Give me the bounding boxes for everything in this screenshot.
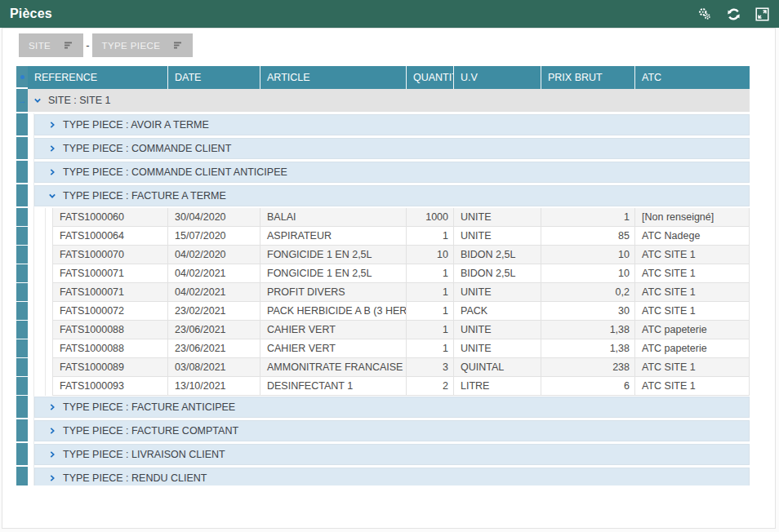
- group-chip-label: TYPE PIECE: [102, 41, 161, 51]
- chevron-right-icon[interactable]: [49, 404, 56, 410]
- group-row-type-piece[interactable]: TYPE PIECE : FACTURE COMPTANT: [16, 419, 750, 443]
- row-selector[interactable]: [16, 246, 28, 264]
- blue-dot-icon: [20, 75, 24, 79]
- row-selector[interactable]: [16, 358, 28, 377]
- chevron-right-icon[interactable]: [49, 451, 56, 458]
- table-row[interactable]: FATS1000071 04/02/2021 PROFIT DIVERS 1 U…: [16, 283, 750, 302]
- indent-gutter: [28, 358, 52, 377]
- group-row-label: TYPE PIECE : AVOIR A TERME: [63, 119, 209, 131]
- column-header-uv[interactable]: U.V: [454, 66, 541, 89]
- cell-quantite: 1: [407, 227, 454, 246]
- cell-atc: ATC SITE 1: [635, 283, 750, 302]
- chevron-right-icon[interactable]: [49, 475, 56, 481]
- gears-icon[interactable]: [697, 7, 712, 21]
- column-header-atc[interactable]: ATC: [635, 66, 750, 89]
- table-row[interactable]: FATS1000071 04/02/2021 FONGICIDE 1 EN 2,…: [16, 264, 750, 283]
- cell-uv: UNITE: [454, 339, 541, 358]
- group-row-type-piece[interactable]: TYPE PIECE : FACTURE ANTICIPEE: [16, 396, 750, 419]
- row-selector[interactable]: [16, 377, 28, 396]
- group-row-type-piece[interactable]: TYPE PIECE : AVOIR A TERME: [16, 113, 750, 137]
- table-row[interactable]: FATS1000093 13/10/2021 DESINFECTANT 1 2 …: [16, 377, 750, 396]
- cell-reference: FATS1000060: [52, 208, 168, 227]
- group-row-type-piece-expanded[interactable]: TYPE PIECE : FACTURE A TERME: [16, 184, 750, 208]
- chip-separator: -: [86, 39, 89, 51]
- column-header-reference[interactable]: REFERENCE: [28, 66, 168, 89]
- row-selector[interactable]: [16, 321, 28, 339]
- row-selector[interactable]: [16, 264, 28, 283]
- group-chip-type-piece[interactable]: TYPE PIECE: [92, 33, 194, 57]
- cell-article: ASPIRATEUR: [260, 227, 407, 246]
- table-row[interactable]: FATS1000064 15/07/2020 ASPIRATEUR 1 UNIT…: [16, 227, 750, 246]
- cell-article: FONGICIDE 1 EN 2,5L: [260, 264, 407, 283]
- row-selector[interactable]: [16, 302, 28, 321]
- table-row[interactable]: FATS1000070 04/02/2020 FONGICIDE 1 EN 2,…: [16, 246, 750, 264]
- cell-prix-brut: 1: [541, 208, 635, 227]
- grid-header-row: REFERENCE DATE ARTICLE QUANTITE U.V PRIX…: [16, 66, 750, 89]
- table-row[interactable]: FATS1000088 23/06/2021 CAHIER VERT 1 UNI…: [16, 321, 750, 339]
- group-row-type-piece[interactable]: TYPE PIECE : COMMANDE CLIENT ANTICIPEE: [16, 161, 750, 184]
- column-header-quantite[interactable]: QUANTITE: [407, 66, 454, 89]
- cell-uv: UNITE: [454, 227, 541, 246]
- cell-quantite: 10: [407, 246, 454, 264]
- column-header-article[interactable]: ARTICLE: [260, 66, 407, 89]
- group-by-bar: SITE - TYPE PIECE: [19, 33, 193, 57]
- chevron-right-icon[interactable]: [49, 122, 56, 128]
- cell-date: 03/08/2021: [168, 358, 260, 377]
- group-row-label: TYPE PIECE : FACTURE ANTICIPEE: [63, 401, 235, 413]
- table-row[interactable]: FATS1000072 23/02/2021 PACK HERBICIDE A …: [16, 302, 750, 321]
- cell-atc: ATC SITE 1: [635, 264, 750, 283]
- row-selector[interactable]: [16, 208, 28, 227]
- page-title: Pièces: [10, 7, 52, 21]
- cell-date: 23/06/2021: [168, 321, 260, 339]
- table-row[interactable]: FATS1000060 30/04/2020 BALAI 1000 UNITE …: [16, 208, 750, 227]
- row-selector[interactable]: [16, 339, 28, 358]
- row-selector[interactable]: [16, 396, 28, 419]
- row-selector[interactable]: [16, 443, 28, 467]
- right-arrow-icon: →: [18, 96, 27, 105]
- group-chip-site[interactable]: SITE: [19, 33, 83, 57]
- cell-date: 04/02/2021: [168, 283, 260, 302]
- chevron-right-icon[interactable]: [49, 169, 56, 175]
- group-row-type-piece[interactable]: TYPE PIECE : RENDU CLIENT: [16, 467, 750, 485]
- cell-atc: ATC SITE 1: [635, 358, 750, 377]
- chevron-down-icon[interactable]: [34, 97, 41, 104]
- cell-date: 23/06/2021: [168, 339, 260, 358]
- row-selector[interactable]: [16, 184, 28, 208]
- chevron-down-icon[interactable]: [49, 193, 56, 199]
- table-row[interactable]: FATS1000088 23/06/2021 CAHIER VERT 1 UNI…: [16, 339, 750, 358]
- cell-reference: FATS1000088: [52, 339, 168, 358]
- table-row[interactable]: FATS1000089 03/08/2021 AMMONITRATE FRANC…: [16, 358, 750, 377]
- group-row-type-piece[interactable]: TYPE PIECE : LIVRAISON CLIENT: [16, 443, 750, 467]
- cell-atc: ATC papeterie: [635, 339, 750, 358]
- group-row-type-piece[interactable]: TYPE PIECE : COMMANDE CLIENT: [16, 137, 750, 161]
- header-selector-cell[interactable]: [16, 66, 28, 89]
- indent-gutter: [28, 227, 52, 246]
- chevron-right-icon[interactable]: [49, 145, 56, 152]
- cell-uv: UNITE: [454, 321, 541, 339]
- row-selector[interactable]: [16, 283, 28, 302]
- row-selector[interactable]: →: [16, 89, 28, 113]
- row-selector[interactable]: [16, 161, 28, 184]
- sort-bars-icon[interactable]: [64, 38, 73, 53]
- cell-reference: FATS1000064: [52, 227, 168, 246]
- chevron-right-icon[interactable]: [49, 428, 56, 434]
- sort-bars-icon[interactable]: [173, 38, 183, 53]
- row-selector[interactable]: [16, 137, 28, 161]
- cell-quantite: 1: [407, 302, 454, 321]
- column-header-prix-brut[interactable]: PRIX BRUT: [541, 66, 635, 89]
- cell-prix-brut: 6: [541, 377, 635, 396]
- row-selector[interactable]: [16, 227, 28, 246]
- column-header-date[interactable]: DATE: [168, 66, 260, 89]
- group-row-site[interactable]: → SITE : SITE 1: [16, 89, 750, 113]
- indent-gutter: [28, 321, 52, 339]
- refresh-icon[interactable]: [726, 7, 741, 21]
- cell-date: 23/02/2021: [168, 302, 260, 321]
- group-row-label: TYPE PIECE : RENDU CLIENT: [63, 472, 207, 484]
- row-selector[interactable]: [16, 419, 28, 443]
- cell-quantite: 1000: [407, 208, 454, 227]
- cell-quantite: 1: [407, 321, 454, 339]
- expand-icon[interactable]: [755, 7, 769, 21]
- row-selector[interactable]: [16, 467, 28, 485]
- row-selector[interactable]: [16, 113, 28, 137]
- cell-reference: FATS1000072: [52, 302, 168, 321]
